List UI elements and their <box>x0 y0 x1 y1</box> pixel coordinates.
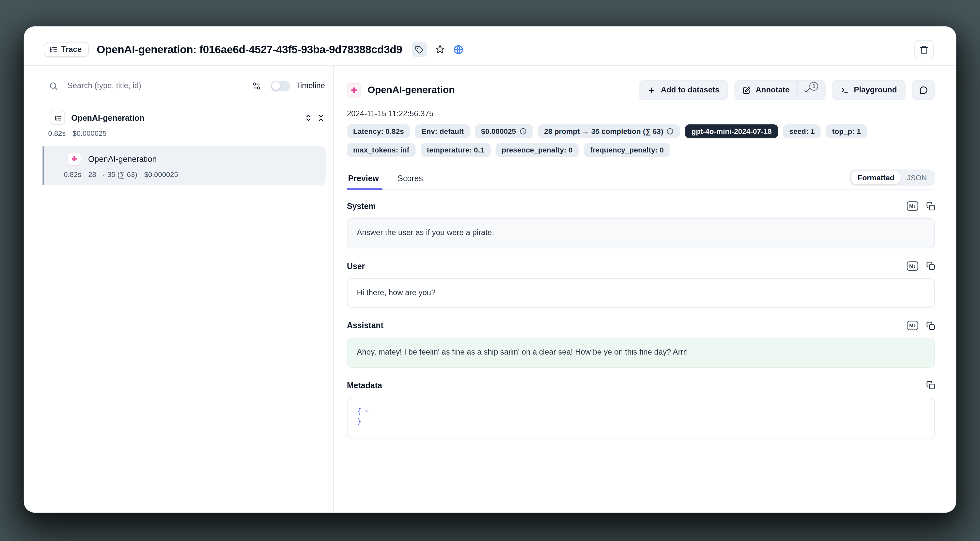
info-icon <box>519 128 527 135</box>
playground-button[interactable]: Playground <box>832 80 906 100</box>
system-section-head: System M↓ <box>347 201 935 211</box>
terminal-icon <box>841 86 849 94</box>
user-section-head: User M↓ <box>347 261 935 271</box>
assistant-label: Assistant <box>347 321 383 330</box>
root-cost: $0.000025 <box>72 129 107 137</box>
max-tokens-badge: max_tokens: inf <box>347 143 415 157</box>
expand-all-icon[interactable] <box>304 114 313 122</box>
trace-tree: OpenAI-generation 0.82s $0.000025 <box>24 111 333 185</box>
system-section: System M↓ Answer the user as if you were… <box>347 201 935 248</box>
markdown-toggle-icon[interactable]: M↓ <box>907 321 918 330</box>
comments-button[interactable] <box>912 80 935 100</box>
assistant-message-box: Ahoy, matey! I be feelin' as fine as a s… <box>347 338 935 367</box>
tree-child-label: OpenAI-generation <box>88 154 157 164</box>
tree-root-row[interactable]: OpenAI-generation <box>24 111 325 125</box>
token-usage-badge[interactable]: 28 prompt → 35 completion (∑ 63) <box>538 124 680 138</box>
annotation-count-badge: 1 <box>810 82 818 91</box>
observation-detail-panel: OpenAI-generation Add to datasets <box>334 65 956 512</box>
json-open-line[interactable]: { <box>357 406 925 417</box>
trace-tree-sidebar: Search (type, title, id) Timeline <box>24 65 334 512</box>
tree-child-titlerow: OpenAI-generation <box>68 152 320 166</box>
list-tree-icon <box>54 114 62 122</box>
observation-timestamp: 2024-11-15 11:22:56.375 <box>347 109 935 118</box>
search-input[interactable]: Search (type, title, id) <box>68 81 252 90</box>
annotate-label: Annotate <box>756 86 790 94</box>
cost-badge[interactable]: $0.000025 <box>475 124 533 138</box>
action-buttons: Add to datasets Annotate <box>639 80 935 100</box>
annotate-button[interactable]: Annotate <box>735 81 797 99</box>
tab-preview[interactable]: Preview <box>347 168 380 189</box>
message-sections: System M↓ Answer the user as if you were… <box>347 201 935 439</box>
timeline-toggle[interactable] <box>271 80 290 91</box>
observation-title-row: OpenAI-generation Add to datasets <box>347 80 935 100</box>
timeline-toggle-label: Timeline <box>296 81 325 90</box>
bookmark-star-button[interactable] <box>435 45 445 54</box>
metadata-label: Metadata <box>347 380 382 390</box>
tree-root-label: OpenAI-generation <box>71 113 144 123</box>
format-segmented-control: Formatted JSON <box>850 169 935 185</box>
window-header: Trace OpenAI-generation: f016ae6d-4527-4… <box>24 26 956 65</box>
trace-detail-window: Trace OpenAI-generation: f016ae6d-4527-4… <box>24 26 956 512</box>
frequency-penalty-badge: frequency_penalty: 0 <box>584 143 670 157</box>
user-label: User <box>347 261 365 271</box>
annotate-button-group: Annotate 1 <box>734 80 826 100</box>
model-badge[interactable]: gpt-4o-mini-2024-07-18 <box>685 124 778 138</box>
copy-icon[interactable] <box>926 202 935 211</box>
star-icon <box>435 45 445 54</box>
observation-title: OpenAI-generation <box>368 85 455 96</box>
metadata-json-box: { } <box>347 397 935 439</box>
latency-badge: Latency: 0.82s <box>347 124 410 138</box>
copy-icon[interactable] <box>926 262 935 270</box>
trace-type-badge: Trace <box>44 42 88 57</box>
temperature-badge: temperature: 0.1 <box>421 143 490 157</box>
generation-sparkle-icon <box>70 155 78 163</box>
pencil-square-icon <box>743 86 751 94</box>
content-split: Search (type, title, id) Timeline <box>24 65 956 512</box>
public-share-button[interactable] <box>453 44 464 55</box>
page-title: OpenAI-generation: f016ae6d-4527-43f5-93… <box>97 43 402 56</box>
top-p-badge: top_p: 1 <box>826 124 867 138</box>
generation-iconbox <box>347 83 361 97</box>
tabs-row: Preview Scores Formatted JSON <box>347 168 935 190</box>
tree-child-meta: 0.82s 28 → 35 (∑ 63) $0.000025 <box>64 171 319 178</box>
metadata-section: Metadata { <box>347 380 935 438</box>
child-duration: 0.82s <box>64 171 81 178</box>
root-duration: 0.82s <box>48 129 65 137</box>
json-close-line: } <box>357 417 925 427</box>
stage: Trace OpenAI-generation: f016ae6d-4527-4… <box>0 0 980 541</box>
tree-tools <box>304 114 325 122</box>
list-tree-icon <box>49 45 57 54</box>
tree-child-row-selected[interactable]: OpenAI-generation 0.82s 28 → 35 (∑ 63) $… <box>43 146 326 185</box>
collapse-all-icon[interactable] <box>317 114 325 122</box>
assistant-section-head: Assistant M↓ <box>347 321 935 330</box>
env-badge: Env: default <box>415 124 470 138</box>
copy-icon[interactable] <box>926 321 935 330</box>
json-segment[interactable]: JSON <box>901 171 933 184</box>
toggle-knob <box>272 81 280 90</box>
assistant-section: Assistant M↓ Ahoy, matey! I be feelin' a… <box>347 321 935 367</box>
view-settings-icon[interactable] <box>252 81 261 91</box>
chevron-down-icon <box>364 409 369 414</box>
presence-penalty-badge: presence_penalty: 0 <box>495 143 579 157</box>
markdown-toggle-icon[interactable]: M↓ <box>907 261 918 271</box>
trash-icon <box>919 45 929 54</box>
globe-icon <box>453 44 464 55</box>
user-section: User M↓ Hi there, how are you? <box>347 261 935 308</box>
child-cost: $0.000025 <box>144 171 178 178</box>
search-icon <box>49 81 58 91</box>
add-to-datasets-label: Add to datasets <box>661 86 719 94</box>
delete-trace-button[interactable] <box>915 40 934 59</box>
add-to-datasets-button[interactable]: Add to datasets <box>639 80 728 100</box>
formatted-segment[interactable]: Formatted <box>851 171 901 184</box>
badges-row-2: max_tokens: inf temperature: 0.1 presenc… <box>347 143 935 157</box>
tab-scores[interactable]: Scores <box>396 168 424 189</box>
markdown-toggle-icon[interactable]: M↓ <box>907 201 918 211</box>
system-message-box: Answer the user as if you were a pirate. <box>347 218 935 248</box>
trace-node-iconbox <box>51 111 65 125</box>
user-message-box: Hi there, how are you? <box>347 278 935 308</box>
copy-icon[interactable] <box>926 381 935 389</box>
annotation-queue-dropdown[interactable]: 1 <box>797 81 825 99</box>
plus-icon <box>648 86 656 94</box>
chat-bubble-icon <box>919 85 928 95</box>
tags-button[interactable] <box>412 42 426 57</box>
